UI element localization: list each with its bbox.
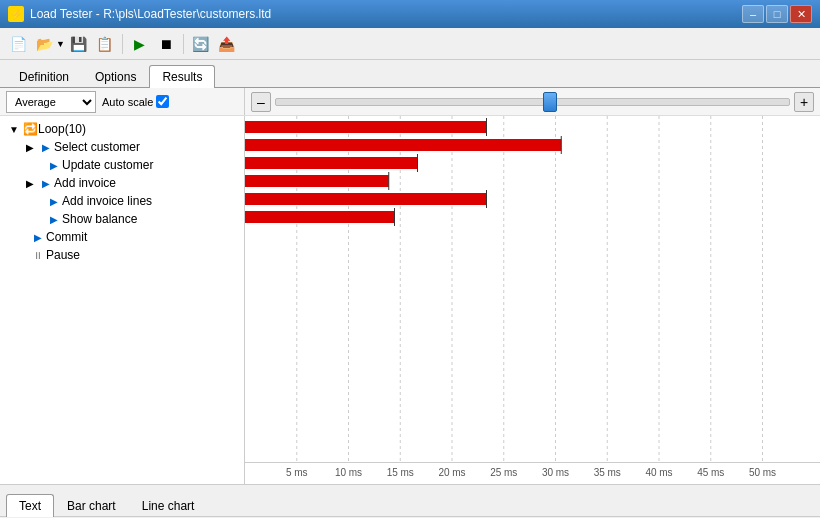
new-btn[interactable]: 📄 [6,32,30,56]
toolbar-sep-2 [183,34,184,54]
tree-item-add-invoice[interactable]: ▶ ▶ Add invoice [0,174,244,192]
tree-item-loop[interactable]: ▼ 🔁 Loop(10) [0,120,244,138]
open-dropdown-arrow[interactable]: ▼ [56,39,65,49]
time-label-40: 40 ms [645,467,672,478]
time-axis: 5 ms 10 ms 15 ms 20 ms 25 ms 30 ms 35 ms… [245,462,820,484]
time-label-15: 15 ms [387,467,414,478]
expand-pause [22,247,30,263]
zoom-out-btn[interactable]: – [251,92,271,112]
add-invoice-label: Add invoice [54,176,116,190]
select-customer-label: Select customer [54,140,140,154]
saveas-btn[interactable]: 📋 [93,32,117,56]
zoom-in-btn[interactable]: + [794,92,814,112]
time-label-50: 50 ms [749,467,776,478]
svg-rect-18 [245,193,487,205]
slider-thumb[interactable] [543,92,557,112]
svg-rect-14 [245,157,418,169]
pause-label: Pause [46,248,80,262]
expand-commit [22,229,30,245]
show-balance-label: Show balance [62,212,137,226]
tree-item-update-customer[interactable]: ▶ Update customer [0,156,244,174]
tab-bar-chart[interactable]: Bar chart [54,494,129,517]
tree-item-add-invoice-lines[interactable]: ▶ Add invoice lines [0,192,244,210]
refresh-btn[interactable]: 🔄 [189,32,213,56]
metric-select[interactable]: Average Min Max [6,91,96,113]
time-label-45: 45 ms [697,467,724,478]
tab-text[interactable]: Text [6,494,54,517]
svg-rect-10 [245,121,487,133]
export-btn[interactable]: 📤 [215,32,239,56]
expand-invoice-lines [38,193,46,209]
window-title: Load Tester - R:\pls\LoadTester\customer… [30,7,271,21]
app-icon: ⚡ [8,6,24,22]
title-bar-left: ⚡ Load Tester - R:\pls\LoadTester\custom… [8,6,271,22]
expand-loop[interactable]: ▼ [6,121,22,137]
commit-label: Commit [46,230,87,244]
expand-update [38,157,46,173]
expand-invoice[interactable]: ▶ [22,175,38,191]
svg-rect-16 [245,175,389,187]
autoscale-checkbox[interactable] [156,95,169,108]
toolbar: 📄 📂 ▼ 💾 📋 ▶ ⏹ 🔄 📤 [0,28,820,60]
autoscale-label: Auto scale [102,95,169,108]
controls-row: Average Min Max Auto scale – + [0,88,820,116]
tab-results[interactable]: Results [149,65,215,88]
window-controls: – □ ✕ [742,5,812,23]
tree-item-select-customer[interactable]: ▶ ▶ Select customer [0,138,244,156]
expand-balance [38,211,46,227]
timeline-slider[interactable] [275,98,790,106]
time-label-10: 10 ms [335,467,362,478]
save-btn[interactable]: 💾 [67,32,91,56]
minimize-btn[interactable]: – [742,5,764,23]
action-icon-select: ▶ [38,139,54,155]
bottom-tabs: Text Bar chart Line chart [0,484,820,516]
action-icon-lines: ▶ [46,193,62,209]
run-btn[interactable]: ▶ [128,32,152,56]
tab-line-chart[interactable]: Line chart [129,494,208,517]
toolbar-sep-1 [122,34,123,54]
close-btn[interactable]: ✕ [790,5,812,23]
time-label-35: 35 ms [594,467,621,478]
right-controls: – + [245,88,820,115]
tree-item-commit[interactable]: ▶ Commit [0,228,244,246]
svg-rect-12 [245,139,561,151]
chart-area: 5 ms 10 ms 15 ms 20 ms 25 ms 30 ms 35 ms… [245,116,820,484]
tree-item-show-balance[interactable]: ▶ Show balance [0,210,244,228]
left-controls: Average Min Max Auto scale [0,88,245,115]
maximize-btn[interactable]: □ [766,5,788,23]
tab-options[interactable]: Options [82,65,149,88]
add-invoice-lines-label: Add invoice lines [62,194,152,208]
open-btn[interactable]: 📂 [32,32,56,56]
main-tabs: Definition Options Results [0,60,820,88]
pause-icon: ⏸ [30,247,46,263]
title-bar: ⚡ Load Tester - R:\pls\LoadTester\custom… [0,0,820,28]
stop-btn[interactable]: ⏹ [154,32,178,56]
chart-canvas [245,116,820,462]
autoscale-text: Auto scale [102,96,153,108]
action-icon-commit: ▶ [30,229,46,245]
tab-definition[interactable]: Definition [6,65,82,88]
grid-svg [245,116,820,462]
loop-label: Loop(10) [38,122,86,136]
tree-item-pause[interactable]: ⏸ Pause [0,246,244,264]
main-content: ▼ 🔁 Loop(10) ▶ ▶ Select customer ▶ Updat… [0,116,820,484]
time-label-25: 25 ms [490,467,517,478]
tree-panel: ▼ 🔁 Loop(10) ▶ ▶ Select customer ▶ Updat… [0,116,245,484]
time-label-5: 5 ms [286,467,308,478]
update-customer-label: Update customer [62,158,153,172]
time-label-20: 20 ms [438,467,465,478]
action-icon-balance: ▶ [46,211,62,227]
loop-icon: 🔁 [22,121,38,137]
svg-rect-20 [245,211,395,223]
action-icon-update: ▶ [46,157,62,173]
time-label-30: 30 ms [542,467,569,478]
expand-select[interactable]: ▶ [22,139,38,155]
action-icon-invoice: ▶ [38,175,54,191]
